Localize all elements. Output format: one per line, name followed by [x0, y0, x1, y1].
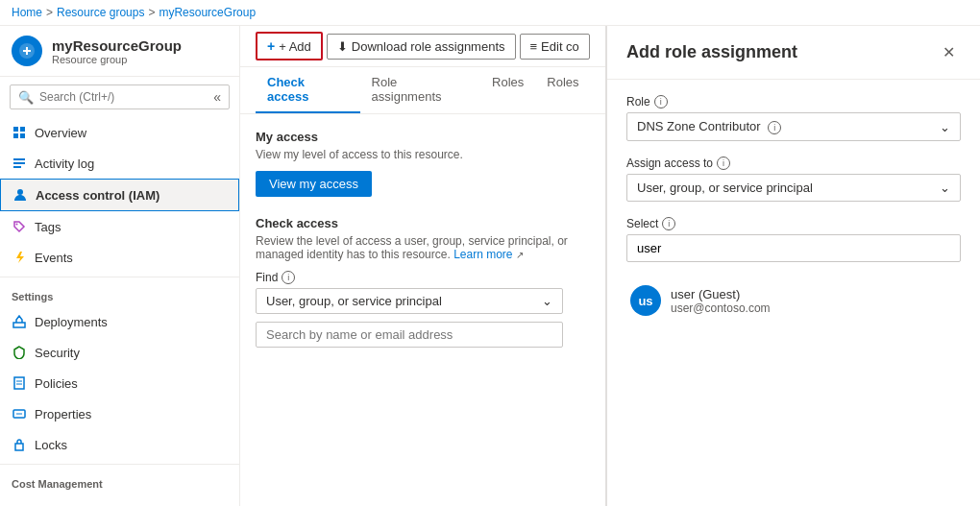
- search-input[interactable]: [256, 322, 563, 348]
- policy-icon: [12, 375, 27, 391]
- find-dropdown-value: User, group, or service principal: [266, 294, 442, 308]
- tabs: Check access Role assignments Roles Role…: [240, 67, 605, 114]
- role-chevron-icon: ⌄: [940, 120, 950, 134]
- my-access-desc: View my level of access to this resource…: [256, 148, 590, 161]
- tag-icon: [12, 219, 27, 234]
- download-icon: ⬇: [337, 39, 348, 54]
- sidebar-resource-info: myResourceGroup Resource group: [52, 37, 182, 65]
- select-input[interactable]: [626, 234, 961, 262]
- svg-rect-2: [20, 127, 25, 132]
- svg-rect-7: [13, 166, 21, 168]
- select-field-group: Select i: [626, 217, 961, 262]
- right-panel-header: Add role assignment ✕: [607, 26, 980, 80]
- add-label: + Add: [279, 39, 311, 54]
- find-label: Find i: [256, 271, 590, 284]
- my-access-section: My access View my level of access to thi…: [256, 130, 590, 197]
- sidebar-item-activity-log[interactable]: Activity log: [0, 148, 239, 179]
- breadcrumb-resource-groups[interactable]: Resource groups: [57, 6, 144, 19]
- role-label-text: Role: [626, 95, 650, 108]
- sidebar-item-overview[interactable]: Overview: [0, 117, 239, 148]
- edit-icon: ≡: [530, 39, 538, 54]
- right-panel: Add role assignment ✕ Role i DNS Zone Co…: [605, 26, 980, 506]
- svg-rect-11: [14, 377, 24, 389]
- sidebar-security-label: Security: [35, 346, 80, 360]
- assign-label-text: Assign access to: [626, 157, 713, 170]
- svg-rect-1: [13, 127, 18, 132]
- find-dropdown[interactable]: User, group, or service principal ⌄: [256, 288, 563, 314]
- view-my-access-button[interactable]: View my access: [256, 171, 372, 197]
- chevron-down-icon: ⌄: [542, 294, 552, 308]
- role-info-icon[interactable]: i: [654, 95, 668, 108]
- deploy-icon: [12, 314, 27, 329]
- right-panel-title: Add role assignment: [626, 42, 797, 62]
- breadcrumb-current[interactable]: myResourceGroup: [159, 6, 256, 19]
- shield-icon: [12, 345, 27, 360]
- svg-rect-10: [13, 323, 25, 327]
- breadcrumb-sep-1: >: [46, 6, 53, 19]
- properties-icon: [12, 406, 27, 422]
- svg-rect-3: [13, 133, 18, 138]
- check-access-desc: Review the level of access a user, group…: [256, 234, 590, 261]
- person-icon: [12, 187, 28, 203]
- user-avatar: us: [630, 285, 661, 316]
- svg-rect-16: [15, 444, 23, 450]
- sidebar-item-policies[interactable]: Policies: [0, 368, 239, 398]
- role-dropdown[interactable]: DNS Zone Contributor i ⌄: [626, 112, 961, 141]
- divider-1: [0, 277, 239, 277]
- tab-roles[interactable]: Roles: [480, 67, 535, 113]
- sidebar-item-access-control[interactable]: Access control (IAM): [0, 179, 239, 211]
- select-info-icon[interactable]: i: [662, 217, 675, 230]
- assign-label: Assign access to i: [626, 157, 961, 170]
- download-label: Download role assignments: [352, 39, 505, 54]
- divider-2: [0, 464, 239, 465]
- sidebar-overview-label: Overview: [35, 126, 86, 140]
- search-input[interactable]: [39, 90, 208, 104]
- sidebar-item-security[interactable]: Security: [0, 337, 239, 368]
- toolbar: + + Add ⬇ Download role assignments ≡ Ed…: [240, 26, 605, 67]
- svg-point-9: [16, 224, 18, 226]
- my-access-title: My access: [256, 130, 590, 144]
- lock-icon: [12, 437, 27, 452]
- check-access-title: Check access: [256, 216, 590, 230]
- sidebar-item-properties[interactable]: Properties: [0, 398, 239, 429]
- collapse-icon[interactable]: «: [213, 89, 221, 105]
- role-value-info-icon[interactable]: i: [768, 121, 781, 134]
- learn-more-link[interactable]: Learn more: [453, 248, 512, 261]
- breadcrumb-home[interactable]: Home: [12, 6, 42, 19]
- sidebar: myResourceGroup Resource group 🔍 « Overv…: [0, 26, 240, 506]
- sidebar-deployments-label: Deployments: [35, 315, 108, 329]
- edit-label: Edit co: [541, 39, 579, 54]
- tab-check-access[interactable]: Check access: [256, 67, 360, 113]
- assign-field-group: Assign access to i User, group, or servi…: [626, 157, 961, 202]
- sidebar-tags-label: Tags: [35, 220, 61, 234]
- user-result[interactable]: us user (Guest) user@contoso.com: [626, 277, 961, 324]
- role-value: DNS Zone Contributor: [637, 119, 761, 133]
- edit-button[interactable]: ≡ Edit co: [520, 34, 590, 60]
- sidebar-item-locks[interactable]: Locks: [0, 429, 239, 460]
- add-button[interactable]: + + Add: [256, 32, 323, 60]
- add-icon: +: [267, 38, 275, 54]
- tab-roles2[interactable]: Roles: [535, 67, 590, 113]
- user-initials: us: [638, 294, 652, 308]
- tab-role-assignments[interactable]: Role assignments: [360, 67, 481, 113]
- assign-chevron-icon: ⌄: [940, 181, 950, 195]
- download-button[interactable]: ⬇ Download role assignments: [327, 34, 516, 60]
- sidebar-item-deployments[interactable]: Deployments: [0, 306, 239, 337]
- grid-icon: [12, 125, 27, 140]
- select-label: Select i: [626, 217, 961, 230]
- assign-dropdown[interactable]: User, group, or service principal ⌄: [626, 174, 961, 202]
- assign-info-icon[interactable]: i: [717, 157, 730, 170]
- sidebar-policies-label: Policies: [35, 376, 78, 391]
- search-box: 🔍 «: [10, 84, 230, 109]
- content-area: + + Add ⬇ Download role assignments ≡ Ed…: [240, 26, 605, 506]
- sidebar-activity-label: Activity log: [35, 157, 94, 171]
- close-button[interactable]: ✕: [937, 41, 961, 63]
- sidebar-header: myResourceGroup Resource group: [0, 26, 239, 77]
- resource-icon: [12, 36, 42, 66]
- svg-point-8: [17, 189, 23, 195]
- settings-section-title: Settings: [0, 281, 239, 306]
- sidebar-item-events[interactable]: Events: [0, 242, 239, 273]
- sidebar-resource-type: Resource group: [52, 54, 182, 65]
- find-info-icon[interactable]: i: [282, 271, 295, 284]
- sidebar-item-tags[interactable]: Tags: [0, 211, 239, 242]
